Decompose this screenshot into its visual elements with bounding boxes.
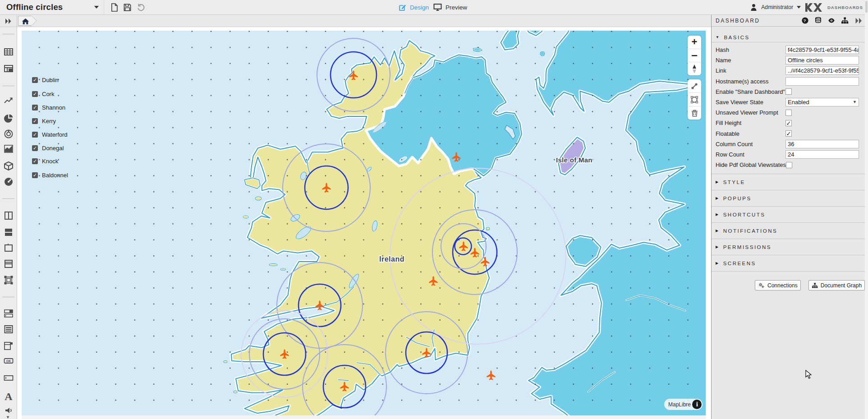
svg-text:?: ? [804,18,807,23]
svg-text:Isle of Man: Isle of Man [556,156,592,164]
svg-text:Ireland: Ireland [379,255,404,263]
svg-text:OK: OK [6,359,11,363]
